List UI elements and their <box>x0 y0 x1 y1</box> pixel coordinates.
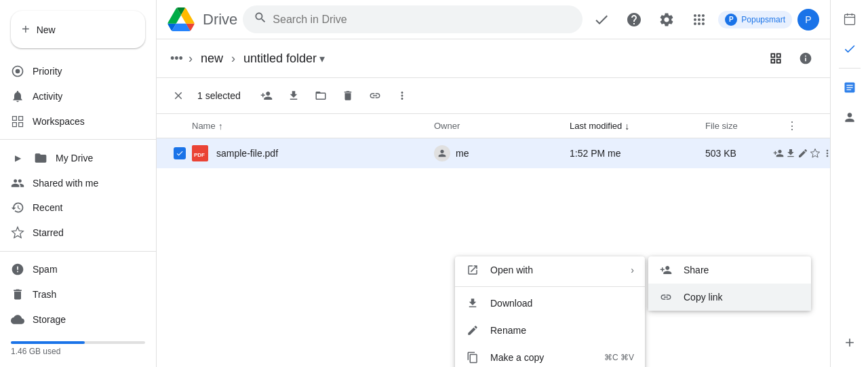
avatar-text: P <box>805 14 811 25</box>
sub-menu-item-share[interactable]: Share <box>648 256 811 284</box>
menu-item-download[interactable]: Download <box>455 290 645 317</box>
link-button[interactable] <box>363 83 387 108</box>
breadcrumb-dots[interactable]: ••• <box>167 49 186 69</box>
deselect-button[interactable] <box>167 85 189 107</box>
sub-menu-item-copy-link[interactable]: Copy link <box>648 284 811 311</box>
settings-icon-button[interactable] <box>653 6 680 33</box>
expand-icon: ▶ <box>11 151 24 165</box>
breadcrumb-parent[interactable]: new <box>195 49 229 69</box>
topbar-right: P Popupsmart P <box>588 6 819 33</box>
starred-icon <box>11 226 24 239</box>
download-button[interactable] <box>281 83 306 108</box>
spam-icon <box>11 263 24 276</box>
sub-share-icon <box>659 263 673 277</box>
sidebar-item-sharedwithme-label: Shared with me <box>33 178 98 189</box>
sub-context-menu-share: Share Copy link <box>648 256 811 311</box>
trash-button[interactable] <box>336 83 360 108</box>
sidebar-item-spam-label: Spam <box>33 264 58 275</box>
activity-icon <box>11 90 24 103</box>
breadcrumb-sep-1: › <box>189 52 193 66</box>
more-actions-button[interactable] <box>390 83 414 108</box>
rp-contacts-icon[interactable] <box>836 104 863 131</box>
rp-add-icon[interactable] <box>836 329 863 356</box>
priority-icon <box>11 64 24 78</box>
search-input[interactable] <box>273 14 572 26</box>
svg-point-0 <box>16 69 20 74</box>
menu-make-copy-shortcut: ⌘C ⌘V <box>604 353 634 362</box>
sidebar-item-activity[interactable]: Activity <box>0 84 145 109</box>
sidebar-item-starred-label: Starred <box>33 227 64 238</box>
move-button[interactable] <box>309 83 333 108</box>
menu-make-copy-label: Make a copy <box>490 352 604 363</box>
search-icon <box>254 11 267 28</box>
sidebar-item-storage[interactable]: Storage <box>0 307 145 332</box>
breadcrumb-sep-2: › <box>231 52 235 66</box>
recent-icon <box>11 201 24 214</box>
sharedwithme-icon <box>11 176 24 190</box>
sidebar-divider-2 <box>0 251 156 252</box>
storage-label: 1.46 GB used <box>11 347 60 356</box>
menu-open-with-label: Open with <box>490 265 631 275</box>
rp-notes-icon[interactable] <box>836 74 863 101</box>
trash-icon <box>11 288 24 301</box>
storage-icon <box>11 313 24 326</box>
make-copy-menu-icon <box>466 351 479 364</box>
menu-download-label: Download <box>490 298 634 309</box>
sidebar-item-mydrive[interactable]: ▶ My Drive <box>0 145 145 170</box>
app-logo: Drive <box>167 7 237 31</box>
selected-count: 1 selected <box>192 90 246 101</box>
download-menu-icon <box>466 296 479 310</box>
menu-item-open-with[interactable]: Open with › <box>455 256 645 284</box>
user-avatar[interactable]: P <box>797 9 819 31</box>
open-with-icon <box>466 263 479 277</box>
menu-rename-label: Rename <box>490 325 634 336</box>
menu-item-rename[interactable]: Rename <box>455 317 645 344</box>
popupsmart-label: Popupsmart <box>741 15 785 24</box>
topbar: Drive <box>157 0 830 39</box>
sidebar-item-starred[interactable]: Starred <box>0 220 145 246</box>
sidebar-item-sharedwithme[interactable]: Shared with me <box>0 170 145 195</box>
breadcrumb-current-label: untitled folder <box>243 52 317 66</box>
menu-item-make-copy[interactable]: Make a copy ⌘C ⌘V <box>455 344 645 367</box>
menu-divider-1 <box>455 286 645 287</box>
file-table: Name ↑ Owner Last modified ↓ File size ⋮ <box>157 114 830 367</box>
sidebar-item-trash[interactable]: Trash <box>0 282 145 307</box>
new-button-label: New <box>37 24 56 35</box>
rp-calendar-icon[interactable] <box>836 5 863 33</box>
svg-rect-3 <box>844 14 854 24</box>
new-button[interactable]: + New <box>11 11 145 48</box>
info-button[interactable] <box>792 45 819 72</box>
sidebar-item-priority-label: Priority <box>33 66 62 77</box>
main-content: Drive <box>156 0 830 367</box>
apps-icon-button[interactable] <box>686 6 713 33</box>
toolbar: 1 selected <box>157 78 830 114</box>
sidebar: + New Priority Activity Workspaces ▶ My … <box>0 0 156 367</box>
done-icon-button[interactable] <box>588 6 615 33</box>
breadcrumb-current[interactable]: untitled folder ▾ <box>238 49 330 69</box>
copy-link-icon <box>659 290 673 304</box>
sidebar-item-recent-label: Recent <box>33 202 62 213</box>
sidebar-item-recent[interactable]: Recent <box>0 195 145 220</box>
rp-tasks-icon[interactable] <box>836 35 863 62</box>
sub-menu-copy-link-label: Copy link <box>684 292 723 303</box>
sidebar-item-activity-label: Activity <box>33 91 62 102</box>
sub-menu-share-label: Share <box>684 265 709 275</box>
right-panel <box>830 0 868 367</box>
sidebar-item-workspaces[interactable]: Workspaces <box>0 109 145 134</box>
context-menu: Open with › Download Rename <box>455 256 645 367</box>
mydrive-icon <box>34 151 47 165</box>
sidebar-divider-1 <box>0 139 156 140</box>
app-title: Drive <box>203 11 237 28</box>
popupsmart-badge[interactable]: P Popupsmart <box>718 11 792 28</box>
breadcrumb-actions <box>762 45 819 72</box>
share-button[interactable] <box>254 83 279 108</box>
grid-view-button[interactable] <box>762 45 789 72</box>
breadcrumb: ••• › new › untitled folder ▾ <box>157 39 830 78</box>
sidebar-item-spam[interactable]: Spam <box>0 257 145 282</box>
search-bar[interactable] <box>243 5 583 33</box>
help-icon-button[interactable] <box>620 6 648 33</box>
sidebar-item-priority[interactable]: Priority <box>0 59 145 84</box>
rp-divider <box>839 68 861 69</box>
sidebar-item-mydrive-label: My Drive <box>56 153 93 163</box>
popupsmart-icon: P <box>725 14 737 26</box>
